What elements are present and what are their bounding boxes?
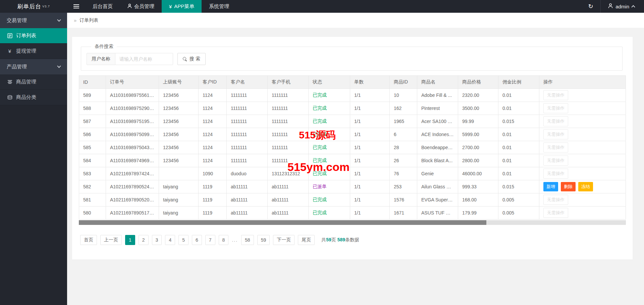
cell-actions: 无需操作 <box>539 167 626 180</box>
form-icon <box>7 33 13 38</box>
cell-actions: 无需操作 <box>539 89 626 102</box>
top-nav-items: 后台首页会员管理¥APP菜单系统管理 <box>85 0 236 13</box>
total-pages: 59 <box>326 237 331 242</box>
sidebar-item-label: 商品分类 <box>16 94 36 101</box>
cell: 589 <box>79 89 106 102</box>
cell: A10211697890524317 <box>106 180 159 193</box>
sidebar-item-label: 订单列表 <box>16 33 36 39</box>
cell: EVGA SuperN... <box>417 193 458 206</box>
user-icon <box>127 4 132 9</box>
list-icon <box>7 80 13 84</box>
app-logo: 刷单后台V3.7 <box>0 0 67 13</box>
page-button-59[interactable]: 59 <box>257 235 270 245</box>
orders-table: ID订单号上级账号客户ID客户名客户手机状态单数商品ID商品名商品价格佣金比例操… <box>79 75 626 220</box>
cell: 1/1 <box>350 141 390 154</box>
horizontal-scrollbar[interactable] <box>79 220 626 225</box>
username-input[interactable] <box>115 53 173 65</box>
cell: 1/1 <box>350 167 390 180</box>
breadcrumb-current: 订单列表 <box>79 17 98 23</box>
column-header: 单数 <box>350 76 390 89</box>
cell-actions: 无需操作 <box>539 193 626 206</box>
page-button-5[interactable]: 5 <box>178 235 189 245</box>
cell: 1111111 <box>268 154 309 167</box>
first-page-button[interactable]: 首页 <box>80 235 97 245</box>
cell: 2700.00 <box>458 141 498 154</box>
cell: A11031698975099239 <box>106 128 159 141</box>
page-button-4[interactable]: 4 <box>165 235 175 245</box>
cell: 1/1 <box>350 102 390 115</box>
table-row: 584A110316989749698411234561124111111111… <box>79 154 626 167</box>
cell: 1090 <box>199 167 227 180</box>
table-header-row: ID订单号上级账号客户ID客户名客户手机状态单数商品ID商品名商品价格佣金比例操… <box>79 76 626 89</box>
sidebar-item[interactable]: 商品管理 <box>0 74 67 90</box>
menu-toggle-icon[interactable] <box>67 0 85 13</box>
column-header: 佣金比例 <box>498 76 539 89</box>
next-page-button[interactable]: 下一页 <box>273 235 294 245</box>
page-button-6[interactable]: 6 <box>192 235 202 245</box>
cell: 179.99 <box>458 206 498 220</box>
status-badge: 已完成 <box>313 118 327 124</box>
column-header: 状态 <box>309 76 350 89</box>
sidebar-item[interactable]: 订单列表 <box>0 28 67 44</box>
page-button-2[interactable]: 2 <box>139 235 149 245</box>
cell: A11031698974969841 <box>106 154 159 167</box>
chevron-down-icon <box>57 64 61 68</box>
cell: 123456 <box>159 128 199 141</box>
nav-item-2[interactable]: 会员管理 <box>120 0 162 13</box>
cell: ab11111 <box>268 206 309 220</box>
action-button-新增[interactable]: 新增 <box>543 182 558 191</box>
cell: 1/1 <box>350 180 390 193</box>
cell: Pinterest <box>417 102 458 115</box>
no-action-button: 无需操作 <box>543 116 568 126</box>
cell-status: 已完成 <box>309 102 350 115</box>
yen-icon: ¥ <box>7 48 13 54</box>
table-row: 585A110316989750434961234561124111111111… <box>79 141 626 154</box>
refresh-icon[interactable]: ↻ <box>581 0 600 13</box>
search-button[interactable]: 搜 索 <box>177 53 206 65</box>
nav-item-label: 后台首页 <box>93 3 113 10</box>
search-panel: 条件搜索 用户名称 搜 索 <box>81 44 623 71</box>
sidebar-group-1[interactable]: 交易管理 <box>0 13 67 28</box>
nav-item-3[interactable]: ¥APP菜单 <box>162 0 202 13</box>
cell: 0.01 <box>498 128 539 141</box>
sidebar-item[interactable]: 商品分类 <box>0 90 67 105</box>
cell: 123456 <box>159 89 199 102</box>
page-ellipsis: ... <box>232 237 238 243</box>
cell: taiyang <box>159 193 199 206</box>
page-button-58[interactable]: 58 <box>241 235 254 245</box>
cell: 1111111 <box>227 89 268 102</box>
nav-item-1[interactable]: 后台首页 <box>85 0 120 13</box>
cell: Block Blast A... <box>417 154 458 167</box>
no-action-button: 无需操作 <box>543 195 568 205</box>
sidebar-item-label: 提现管理 <box>16 48 36 54</box>
prev-page-button[interactable]: 上一页 <box>100 235 122 245</box>
nav-item-4[interactable]: 系统管理 <box>202 0 236 13</box>
cell: 76 <box>390 167 417 180</box>
page-button-1[interactable]: 1 <box>125 235 135 245</box>
no-action-button: 无需操作 <box>543 142 568 152</box>
cell-status: 已派单 <box>309 180 350 193</box>
page-button-3[interactable]: 3 <box>152 235 162 245</box>
sidebar-item[interactable]: ¥提现管理 <box>0 44 67 59</box>
page-button-8[interactable]: 8 <box>219 235 229 245</box>
cell: 1124 <box>199 154 227 167</box>
cell: A10211697890520343 <box>106 193 159 206</box>
scrollbar-thumb[interactable] <box>79 220 486 225</box>
cell: 28 <box>390 141 417 154</box>
status-badge: 已完成 <box>313 158 327 163</box>
sidebar-group-2[interactable]: 产品管理 <box>0 59 67 74</box>
cell: 1965 <box>390 115 417 128</box>
cell-status: 已完成 <box>309 206 350 220</box>
user-menu[interactable]: admin <box>601 0 644 13</box>
cell: 162 <box>390 102 417 115</box>
no-action-button: 无需操作 <box>543 156 568 166</box>
cell: 1124 <box>199 115 227 128</box>
cell: 1671 <box>390 206 417 220</box>
cell-actions: 无需操作 <box>539 102 626 115</box>
action-button-冻结[interactable]: 冻结 <box>578 182 593 191</box>
cell: 123456 <box>159 115 199 128</box>
pagination: 首页上一页12345678...5859下一页尾页共59页 589条数据 <box>80 235 626 245</box>
action-button-删除[interactable]: 删除 <box>561 182 576 191</box>
page-button-7[interactable]: 7 <box>205 235 215 245</box>
last-page-button[interactable]: 尾页 <box>298 235 315 245</box>
